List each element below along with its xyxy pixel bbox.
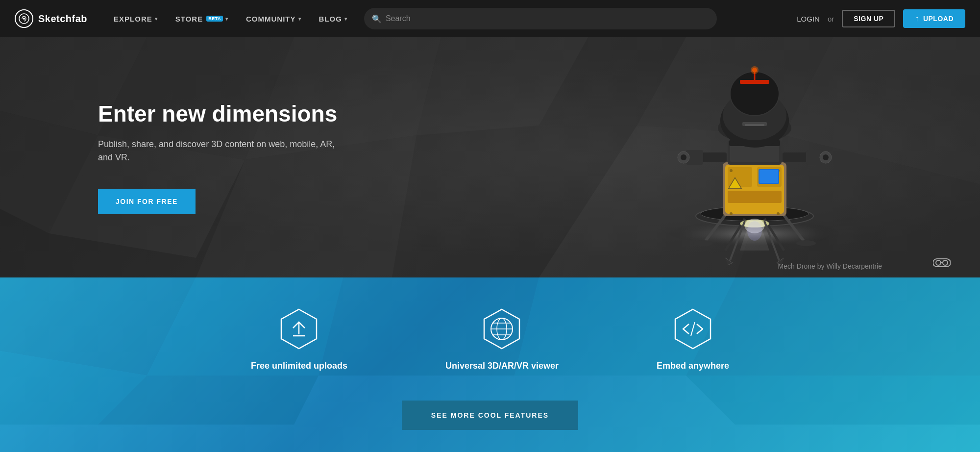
svg-point-41 (681, 154, 686, 160)
svg-rect-38 (700, 152, 727, 162)
feature-embed-label: Embed anywhere (657, 361, 729, 371)
nav-blog[interactable]: BLOG ▾ (312, 11, 354, 27)
store-chevron-icon: ▾ (225, 16, 228, 22)
see-more-wrap: SEE MORE COOL FEATURES (0, 401, 980, 430)
hero-image (608, 52, 902, 263)
svg-rect-34 (760, 170, 778, 183)
svg-point-21 (796, 240, 816, 246)
community-chevron-icon: ▾ (298, 16, 301, 22)
login-link[interactable]: LOGIN (797, 15, 820, 23)
svg-point-1 (23, 18, 25, 20)
search-icon: 🔍 (372, 14, 382, 24)
or-text: or (828, 15, 834, 23)
drone-svg (627, 45, 882, 270)
logo[interactable]: Sketchfab (15, 9, 87, 28)
svg-rect-42 (783, 152, 809, 162)
logo-text: Sketchfab (38, 13, 87, 25)
vr-icon[interactable] (933, 257, 951, 270)
globe-icon (480, 307, 524, 351)
nav-store[interactable]: STORE BETA ▾ (169, 11, 235, 27)
nav-links: EXPLORE ▾ STORE BETA ▾ COMMUNITY ▾ BLOG … (107, 11, 354, 27)
features-grid: Free unlimited uploads Universal 3D/AR/V… (0, 307, 980, 371)
svg-point-30 (777, 212, 780, 215)
search-bar: 🔍 (364, 8, 717, 29)
signup-button[interactable]: SIGN UP (842, 10, 895, 27)
hero-title: Enter new dimensions (98, 100, 343, 127)
feature-viewer: Universal 3D/AR/VR viewer (445, 307, 559, 371)
feature-embed: Embed anywhere (657, 307, 729, 371)
credit-text: Mech Drone by Willy Decarpentrie (778, 262, 882, 270)
features-section: Free unlimited uploads Universal 3D/AR/V… (0, 277, 980, 452)
explore-chevron-icon: ▾ (155, 16, 158, 22)
hero-section: Enter new dimensions Publish, share, and… (0, 37, 980, 277)
search-input[interactable] (364, 8, 717, 29)
svg-rect-50 (740, 80, 769, 84)
svg-point-20 (693, 240, 713, 246)
upload-icon (277, 307, 321, 351)
drone-model (627, 45, 882, 270)
svg-line-83 (691, 322, 695, 336)
see-more-button[interactable]: SEE MORE COOL FEATURES (402, 401, 578, 430)
nav-community[interactable]: COMMUNITY ▾ (239, 11, 308, 27)
code-icon (671, 307, 715, 351)
svg-point-29 (730, 212, 733, 215)
svg-marker-5 (416, 37, 588, 135)
nav-explore[interactable]: EXPLORE ▾ (107, 11, 165, 27)
feature-viewer-label: Universal 3D/AR/VR viewer (445, 361, 559, 371)
svg-point-53 (751, 66, 759, 74)
logo-icon (15, 9, 33, 28)
navbar: Sketchfab EXPLORE ▾ STORE BETA ▾ COMMUNI… (0, 0, 980, 37)
navbar-right: LOGIN or SIGN UP ↑ UPLOAD (797, 9, 965, 28)
svg-rect-60 (745, 124, 764, 126)
hero-content: Enter new dimensions Publish, share, and… (0, 100, 343, 214)
svg-point-63 (943, 260, 948, 265)
feature-upload: Free unlimited uploads (251, 307, 347, 371)
join-button[interactable]: JOIN FOR FREE (98, 189, 196, 214)
upload-button[interactable]: ↑ UPLOAD (903, 9, 965, 28)
beta-badge: BETA (206, 16, 223, 22)
hero-subtitle: Publish, share, and discover 3D content … (98, 138, 343, 164)
svg-point-62 (936, 260, 941, 265)
blog-chevron-icon: ▾ (344, 16, 347, 22)
svg-rect-26 (728, 191, 782, 203)
svg-point-45 (823, 154, 829, 160)
feature-upload-label: Free unlimited uploads (251, 361, 347, 371)
svg-point-27 (730, 169, 733, 172)
upload-arrow-icon: ↑ (915, 14, 919, 23)
